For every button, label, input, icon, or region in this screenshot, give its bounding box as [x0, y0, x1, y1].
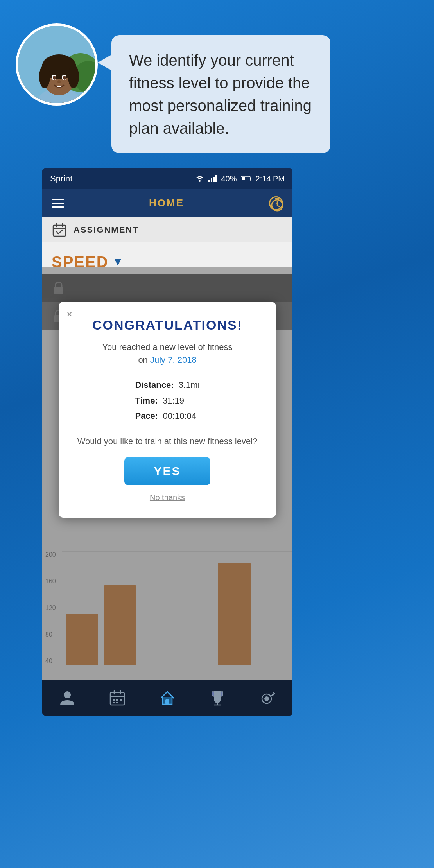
- distance-stat: Distance: 3.1mi: [135, 377, 199, 393]
- home-icon: [159, 689, 176, 707]
- modal-stats: Distance: 3.1mi Time: 31:19 Pace: 00:10:…: [135, 377, 199, 424]
- battery-icon: [241, 176, 252, 182]
- bubble-arrow: [98, 55, 111, 70]
- pace-value: 00:10:04: [163, 411, 196, 421]
- svg-rect-40: [120, 699, 122, 701]
- svg-line-25: [277, 205, 280, 207]
- nav-profile[interactable]: [59, 689, 76, 707]
- phone-content: ASSIGNMENT SPEED ▼ 200 160 1: [42, 217, 292, 680]
- header-title: HOME: [149, 197, 184, 209]
- wifi-icon: [195, 175, 204, 182]
- yes-button[interactable]: YES: [124, 457, 210, 485]
- congratulations-modal: × CONGRATULATIONS! You reached a new lev…: [59, 302, 276, 518]
- svg-rect-17: [211, 178, 212, 182]
- timer-button[interactable]: [269, 196, 283, 210]
- svg-rect-22: [242, 177, 245, 180]
- distance-label: Distance:: [135, 380, 174, 390]
- svg-rect-41: [113, 702, 115, 703]
- svg-rect-27: [53, 225, 66, 236]
- svg-rect-43: [165, 699, 169, 704]
- person-icon: [59, 689, 76, 707]
- svg-point-47: [264, 696, 269, 701]
- svg-rect-42: [116, 702, 118, 703]
- coach-area: We identify your current fitness level t…: [16, 23, 330, 153]
- time-value: 31:19: [163, 396, 184, 405]
- svg-point-33: [64, 691, 71, 698]
- status-bar: Sprint 40% 2:14 PM: [42, 168, 292, 189]
- svg-rect-18: [213, 177, 215, 182]
- no-thanks-link[interactable]: No thanks: [70, 493, 264, 502]
- phone-frame: Sprint 40% 2:14 PM: [42, 168, 292, 716]
- assignment-label: ASSIGNMENT: [74, 225, 139, 235]
- battery-label: 40%: [221, 174, 237, 183]
- nav-coach[interactable]: [259, 689, 276, 707]
- menu-button[interactable]: [52, 199, 64, 208]
- subtitle-text-1: You reached a new level of fitness: [102, 342, 232, 352]
- svg-rect-21: [250, 178, 251, 180]
- modal-overlay: × CONGRATULATIONS! You reached a new lev…: [42, 267, 292, 680]
- date-link[interactable]: July 7, 2018: [150, 355, 197, 365]
- svg-point-8: [39, 65, 50, 88]
- modal-close-button[interactable]: ×: [66, 308, 72, 320]
- time-stat: Time: 31:19: [135, 393, 199, 409]
- svg-rect-38: [113, 699, 115, 701]
- pace-label: Pace:: [135, 411, 158, 421]
- status-icons: 40% 2:14 PM: [195, 174, 285, 183]
- svg-point-9: [68, 65, 79, 88]
- calendar-check-icon: [52, 222, 67, 238]
- trophy-icon: [209, 689, 226, 707]
- svg-rect-39: [116, 699, 118, 701]
- app-header: HOME: [42, 189, 292, 217]
- modal-body: You reached a new level of fitness on Ju…: [70, 341, 264, 502]
- whistle-icon: [259, 689, 276, 707]
- coach-avatar: [16, 23, 98, 106]
- nav-home[interactable]: [159, 689, 176, 707]
- assignment-bar: ASSIGNMENT: [42, 217, 292, 242]
- nav-schedule[interactable]: [109, 689, 126, 707]
- subtitle-text-2: on: [138, 355, 147, 365]
- svg-point-13: [63, 76, 66, 80]
- nav-achievements[interactable]: [209, 689, 226, 707]
- signal-icon: [208, 175, 217, 182]
- svg-point-15: [199, 180, 201, 182]
- modal-subtitle: You reached a new level of fitness on Ju…: [70, 341, 264, 366]
- distance-value: 3.1mi: [179, 380, 200, 390]
- modal-title: CONGRATULATIONS!: [70, 317, 264, 333]
- svg-rect-19: [215, 175, 217, 182]
- svg-point-12: [53, 76, 56, 80]
- time-label: Time:: [135, 396, 158, 405]
- svg-point-14: [57, 80, 61, 83]
- bottom-nav: [42, 680, 292, 716]
- carrier-label: Sprint: [50, 174, 72, 184]
- calendar-icon: [109, 689, 126, 707]
- coach-text: We identify your current fitness level t…: [129, 49, 313, 140]
- modal-question: Would you like to train at this new fitn…: [70, 435, 264, 448]
- time-label: 2:14 PM: [256, 174, 285, 183]
- pace-stat: Pace: 00:10:04: [135, 408, 199, 424]
- svg-rect-16: [208, 180, 210, 182]
- coach-speech-bubble: We identify your current fitness level t…: [111, 35, 330, 153]
